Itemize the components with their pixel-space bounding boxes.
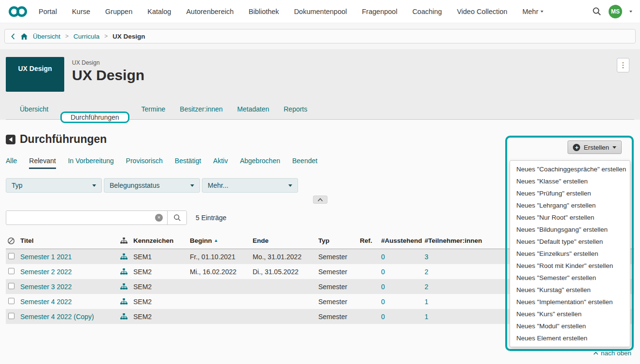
nav-item-video-collection[interactable]: Video Collection <box>457 8 508 15</box>
row-ausstehend-link[interactable]: 0 <box>381 268 425 276</box>
hierarchy-icon[interactable] <box>119 268 133 275</box>
hierarchy-icon[interactable] <box>119 238 133 244</box>
tab-termine[interactable]: Termine <box>134 100 173 119</box>
tab-uebersicht[interactable]: Übersicht <box>13 100 56 119</box>
breadcrumb-curricula[interactable]: Curricula <box>73 33 100 40</box>
erstellen-button[interactable]: + Erstellen <box>568 140 622 154</box>
belegungsstatus-filter-dropdown[interactable]: Belegungsstatus <box>104 178 200 193</box>
menu-item-kurs[interactable]: Neues "Kurs" erstellen <box>510 308 630 320</box>
row-title-link[interactable]: Semester 4 2022 <box>20 298 119 306</box>
nav-item-kurse[interactable]: Kurse <box>72 8 90 15</box>
search-submit-icon[interactable] <box>168 211 186 224</box>
row-checkbox[interactable] <box>8 283 14 289</box>
menu-item-einzelkurs[interactable]: Neues "Einzelkurs" erstellen <box>510 248 630 260</box>
nav-item-dokumentenpool[interactable]: Dokumentenpool <box>294 8 347 15</box>
row-teilnehmer-link[interactable]: 1 <box>425 313 497 321</box>
row-checkbox[interactable] <box>8 313 14 319</box>
collapse-filters-button[interactable] <box>313 196 327 204</box>
row-title-link[interactable]: Semester 4 2022 (Copy) <box>20 313 119 321</box>
typ-filter-dropdown[interactable]: Typ <box>6 178 102 193</box>
col-titel[interactable]: Titel <box>20 237 119 244</box>
openolat-logo-icon[interactable] <box>8 5 28 18</box>
nav-item-mehr[interactable]: Mehr <box>522 8 543 15</box>
avatar[interactable]: MS <box>609 5 622 18</box>
menu-item-bildungsgang[interactable]: Neues "Bildungsgang" erstellen <box>510 224 630 236</box>
menu-item-modul[interactable]: Neues "Modul" erstellen <box>510 320 630 332</box>
col-teilnehmer[interactable]: #Teilnehmer:innen <box>425 237 497 244</box>
row-teilnehmer-link[interactable]: 1 <box>425 298 497 306</box>
preset-beendet[interactable]: Beendet <box>292 157 317 169</box>
col-kennzeichen[interactable]: Kennzeichen <box>133 237 190 244</box>
row-checkbox[interactable] <box>8 298 14 304</box>
home-icon[interactable] <box>20 33 28 40</box>
col-beginn-label: Beginn <box>190 237 212 244</box>
create-highlight-annotation: + Erstellen Neues "Coachinggespräche" er… <box>505 136 634 351</box>
nav-item-portal[interactable]: Portal <box>39 8 57 15</box>
row-title-link[interactable]: Semester 3 2022 <box>20 283 119 291</box>
search-icon[interactable] <box>592 7 601 16</box>
nav-item-gruppen[interactable]: Gruppen <box>105 8 132 15</box>
row-ausstehend-link[interactable]: 0 <box>381 313 425 321</box>
clear-search-icon[interactable]: × <box>155 214 163 222</box>
nav-item-katalog[interactable]: Katalog <box>147 8 171 15</box>
row-ausstehend-link[interactable]: 0 <box>381 253 425 261</box>
nav-item-bibliothek[interactable]: Bibliothek <box>249 8 279 15</box>
hierarchy-icon[interactable] <box>119 298 133 305</box>
menu-item-default-type[interactable]: Neues "Default type" erstellen <box>510 236 630 248</box>
menu-item-root-mit-kinder[interactable]: Neues "Root mit Kinder" erstellen <box>510 260 630 272</box>
col-ausstehend[interactable]: #Ausstehend <box>381 237 425 244</box>
back-chevron-icon[interactable] <box>11 33 15 40</box>
row-kennzeichen: SEM2 <box>133 268 190 276</box>
preset-bestaetigt[interactable]: Bestätigt <box>175 157 201 169</box>
menu-item-kurstag[interactable]: Neues "Kurstag" erstellen <box>510 284 630 296</box>
preset-alle[interactable]: Alle <box>6 157 17 169</box>
menu-item-lehrgang[interactable]: Neues "Lehrgang" erstellen <box>510 199 630 211</box>
row-teilnehmer-link[interactable]: 2 <box>425 268 497 276</box>
col-beginn[interactable]: Beginn▲ <box>190 237 253 244</box>
menu-item-pruefung[interactable]: Neues "Prüfung" erstellen <box>510 187 630 199</box>
row-teilnehmer-link[interactable]: 2 <box>425 283 497 291</box>
tab-besitzerinnen[interactable]: Besitzer:innen <box>172 100 230 119</box>
more-options-button[interactable]: ⋮ <box>617 58 629 72</box>
row-ausstehend-link[interactable]: 0 <box>381 298 425 306</box>
ban-icon[interactable] <box>6 237 20 245</box>
row-title-link[interactable]: Semester 1 2021 <box>20 253 119 261</box>
menu-item-implementation[interactable]: Neues "Implementation" erstellen <box>510 296 630 308</box>
row-title-link[interactable]: Semester 2 2022 <box>20 268 119 276</box>
hierarchy-icon[interactable] <box>119 283 133 290</box>
hierarchy-icon[interactable] <box>119 313 133 320</box>
main-menu: Portal Kurse Gruppen Katalog Autorenbere… <box>39 8 543 15</box>
menu-item-element[interactable]: Neues Element erstellen <box>510 332 630 344</box>
preset-provisorisch[interactable]: Provisorisch <box>126 157 163 169</box>
col-ref[interactable]: Ref. <box>360 237 381 244</box>
row-checkbox[interactable] <box>8 268 14 274</box>
search-input[interactable] <box>6 211 155 224</box>
preset-aktiv[interactable]: Aktiv <box>213 157 228 169</box>
tab-metadaten[interactable]: Metadaten <box>230 100 276 119</box>
curriculum-tabs: Übersicht Durchführungen Termine Besitze… <box>6 100 634 120</box>
row-ausstehend-link[interactable]: 0 <box>381 283 425 291</box>
row-checkbox[interactable] <box>8 253 14 259</box>
tab-reports[interactable]: Reports <box>276 100 314 119</box>
nav-item-autorenbereich[interactable]: Autorenbereich <box>186 8 233 15</box>
user-menu-chevron-icon[interactable] <box>629 11 632 13</box>
nav-item-coaching[interactable]: Coaching <box>412 8 442 15</box>
tab-durchfuehrungen[interactable]: Durchführungen <box>62 107 128 128</box>
col-typ[interactable]: Typ <box>318 237 360 244</box>
row-teilnehmer-link[interactable]: 3 <box>425 253 497 261</box>
menu-item-coachinggespraeche[interactable]: Neues "Coachinggespräche" erstellen <box>510 163 630 175</box>
row-beginn: Fr., 01.10.2021 <box>190 253 253 261</box>
preset-relevant[interactable]: Relevant <box>29 157 56 169</box>
page-title: UX Design <box>72 67 144 84</box>
mehr-filter-dropdown[interactable]: Mehr... <box>202 178 298 193</box>
hierarchy-icon[interactable] <box>119 253 133 260</box>
preset-in-vorbereitung[interactable]: In Vorbereitung <box>68 157 114 169</box>
nav-item-fragenpool[interactable]: Fragenpool <box>362 8 397 15</box>
menu-item-klasse[interactable]: Neues "Klasse" erstellen <box>510 175 630 187</box>
preset-abgebrochen[interactable]: Abgebrochen <box>240 157 280 169</box>
curriculum-element-icon <box>6 135 15 144</box>
col-ende[interactable]: Ende <box>253 237 318 244</box>
menu-item-nur-root[interactable]: Neues "Nur Root" erstellen <box>510 211 630 224</box>
breadcrumb-uebersicht[interactable]: Übersicht <box>33 33 60 40</box>
menu-item-semester[interactable]: Neues "Semester" erstellen <box>510 272 630 284</box>
